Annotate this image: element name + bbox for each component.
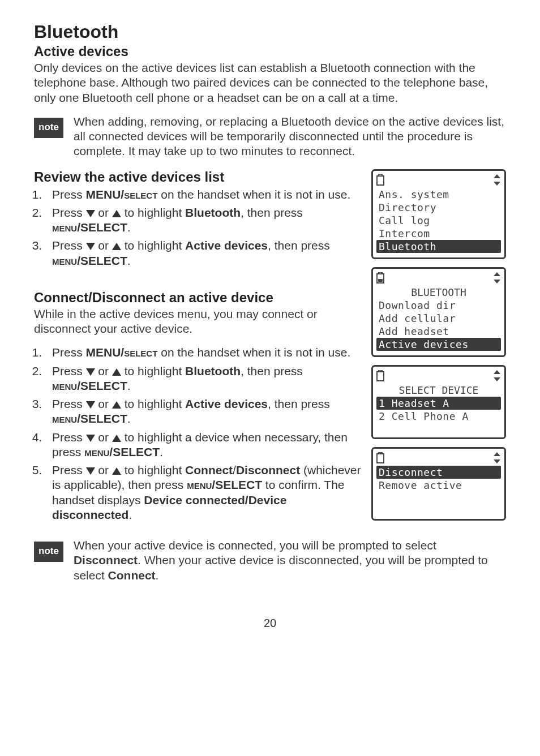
up-arrow-icon <box>112 243 121 250</box>
svg-marker-2 <box>494 174 500 178</box>
svg-rect-1 <box>377 176 384 185</box>
section-review-heading: Review the active devices list <box>34 169 362 185</box>
svg-marker-11 <box>494 370 500 374</box>
screen-title: SELECT DEVICE <box>376 384 501 397</box>
connect-step-5: Press or to highlight Connect/Disconnect… <box>45 463 362 522</box>
menu-item: Remove active <box>376 479 501 492</box>
menu-item: Download dir <box>376 299 501 312</box>
menu-item: Directory <box>376 201 501 214</box>
menu-item: Intercom <box>376 227 501 240</box>
up-arrow-icon <box>112 368 121 376</box>
svg-marker-8 <box>494 280 500 284</box>
menu-item: Add headset <box>376 325 501 338</box>
down-arrow-icon <box>86 467 95 475</box>
menu-item-selected: 1 Headset A <box>376 397 501 410</box>
screen-title: BLUETOOTH <box>376 286 501 299</box>
connect-step-1: Press MENU/select on the handset when it… <box>45 345 362 360</box>
review-step-3: Press or to highlight Active devices, th… <box>45 238 362 268</box>
menu-item-selected: Disconnect <box>376 466 501 479</box>
connect-step-4: Press or to highlight a device when nece… <box>45 430 362 460</box>
menu-item-selected: Bluetooth <box>376 240 501 253</box>
up-arrow-icon <box>112 210 121 217</box>
review-steps: Press MENU/select on the handset when it… <box>34 187 362 268</box>
phone-screen-1: Ans. system Directory Call log Intercom … <box>371 169 506 259</box>
page-number: 20 <box>34 617 506 630</box>
battery-icon <box>376 272 384 284</box>
section-connect-heading: Connect/Disconnect an active device <box>34 290 362 306</box>
connect-step-2: Press or to highlight Bluetooth, then pr… <box>45 364 362 394</box>
note-badge: note <box>34 118 63 138</box>
menu-item: Ans. system <box>376 188 501 201</box>
up-arrow-icon <box>112 467 121 475</box>
note-1: note When adding, removing, or replacing… <box>34 114 506 159</box>
review-step-2: Press or to highlight Bluetooth, then pr… <box>45 205 362 235</box>
down-arrow-icon <box>86 368 95 376</box>
scroll-arrows-icon <box>493 272 501 284</box>
note-badge: note <box>34 542 63 562</box>
phone-screen-3: SELECT DEVICE 1 Headset A 2 Cell Phone A <box>371 365 506 439</box>
battery-icon <box>376 370 384 381</box>
svg-rect-14 <box>377 454 384 463</box>
down-arrow-icon <box>86 210 95 217</box>
menu-item: Add cellular <box>376 312 501 325</box>
phone-screen-4: Disconnect Remove active <box>371 447 506 521</box>
note-1-text: When adding, removing, or replacing a Bl… <box>74 114 506 159</box>
down-arrow-icon <box>86 401 95 409</box>
menu-item-selected: Active devices <box>376 338 501 351</box>
up-arrow-icon <box>112 401 121 409</box>
menu-item: Call log <box>376 214 501 227</box>
battery-icon <box>376 174 384 186</box>
active-devices-paragraph: Only devices on the active devices list … <box>34 61 506 105</box>
svg-rect-6 <box>378 279 383 282</box>
svg-marker-16 <box>494 459 500 463</box>
note-2-text: When your active device is connected, yo… <box>74 538 506 583</box>
connect-step-3: Press or to highlight Active devices, th… <box>45 397 362 427</box>
down-arrow-icon <box>86 435 95 442</box>
svg-rect-10 <box>377 372 384 381</box>
scroll-arrows-icon <box>493 452 501 463</box>
note-2: note When your active device is connecte… <box>34 538 506 583</box>
svg-marker-7 <box>494 272 500 276</box>
battery-icon <box>376 452 384 463</box>
menu-item: 2 Cell Phone A <box>376 410 501 423</box>
phone-screen-2: BLUETOOTH Download dir Add cellular Add … <box>371 267 506 357</box>
section-active-devices-heading: Active devices <box>34 44 506 59</box>
scroll-arrows-icon <box>493 174 501 186</box>
page-title: Bluetooth <box>34 22 506 42</box>
svg-marker-15 <box>494 452 500 456</box>
down-arrow-icon <box>86 243 95 250</box>
scroll-arrows-icon <box>493 370 501 381</box>
svg-marker-12 <box>494 377 500 381</box>
connect-steps: Press MENU/select on the handset when it… <box>34 345 362 522</box>
connect-paragraph: While in the active devices menu, you ma… <box>34 307 362 337</box>
review-step-1: Press MENU/select on the handset when it… <box>45 187 362 202</box>
up-arrow-icon <box>112 435 121 442</box>
svg-marker-3 <box>494 182 500 186</box>
